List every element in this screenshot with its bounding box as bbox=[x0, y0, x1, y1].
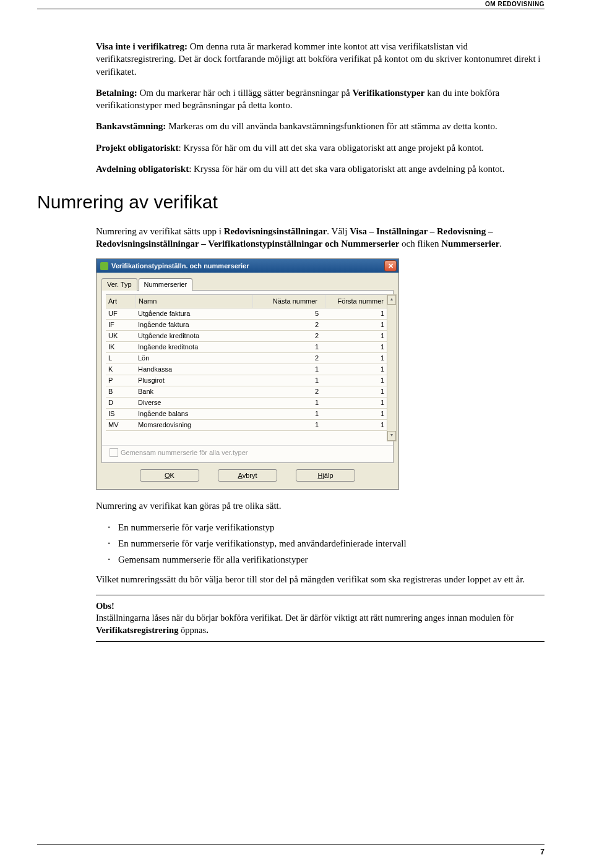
tab-ver-typ[interactable]: Ver. Typ bbox=[101, 278, 137, 291]
cell-nasta: 2 bbox=[254, 353, 326, 364]
t: Numrering av verifikat sätts upp i bbox=[96, 226, 224, 236]
obs-body: Inställningarna låses när du börjar bokf… bbox=[96, 612, 544, 636]
cell-nasta: 2 bbox=[254, 331, 326, 341]
help-button[interactable]: HjälpHjälp bbox=[296, 469, 355, 482]
t: öppnas bbox=[178, 625, 206, 635]
cancel-button[interactable]: AvbrytAvbryt bbox=[218, 469, 277, 482]
bullet-list: En nummerserie för varje verifikationsty… bbox=[96, 521, 544, 566]
obs-note: Obs! Inställningarna låses när du börjar… bbox=[96, 595, 544, 642]
settings-dialog: Verifikationstypinställn. och nummerseri… bbox=[96, 258, 399, 490]
cell-forsta: 1 bbox=[326, 331, 389, 341]
col-forsta: Första nummer bbox=[325, 295, 389, 308]
cell-art: D bbox=[106, 398, 136, 408]
cell-art: UK bbox=[106, 331, 136, 341]
t: Inställningarna låses när du börjar bokf… bbox=[96, 613, 514, 623]
ways-summary: Vilket numreringssätt du bör välja beror… bbox=[96, 573, 544, 585]
cell-nasta: 2 bbox=[254, 386, 326, 397]
col-art: Art bbox=[106, 295, 136, 308]
table-row[interactable]: PPlusgirot11 bbox=[106, 375, 389, 386]
shared-series-checkbox[interactable] bbox=[110, 448, 118, 457]
paragraph-projekt: Projekt obligatoriskt: Kryssa för här om… bbox=[96, 142, 544, 154]
titlebar: Verifikationstypinställn. och nummerseri… bbox=[97, 259, 398, 273]
t: Verifikatsregistrering bbox=[96, 625, 178, 635]
cell-namn: Ingående kreditnota bbox=[136, 342, 254, 352]
lead: Bankavstämning: bbox=[96, 121, 166, 131]
cell-forsta: 1 bbox=[326, 364, 389, 375]
col-namn: Namn bbox=[136, 295, 253, 308]
list-item: En nummerserie för varje verifikationsty… bbox=[108, 521, 544, 534]
t: Nummerserier bbox=[441, 239, 499, 249]
tab-panel: Art Namn Nästa nummer Första nummer UFUt… bbox=[101, 290, 394, 463]
header-rule bbox=[37, 9, 544, 9]
cell-art: IS bbox=[106, 409, 136, 419]
lead: Visa inte i verifikatreg: bbox=[96, 41, 187, 51]
cell-namn: Lön bbox=[136, 353, 254, 364]
scroll-down-icon[interactable]: ▾ bbox=[387, 431, 396, 441]
t: och fliken bbox=[399, 239, 441, 249]
t: . Välj bbox=[327, 226, 350, 236]
paragraph-visa-inte: Visa inte i verifikatreg: Om denna ruta … bbox=[96, 40, 544, 78]
paragraph-avdelning: Avdelning obligatoriskt: Kryssa för här … bbox=[96, 163, 544, 175]
table-row[interactable]: IFIngående faktura21 bbox=[106, 319, 389, 330]
col-nasta: Nästa nummer bbox=[253, 295, 325, 308]
cell-forsta: 1 bbox=[326, 420, 389, 430]
lead: Betalning: bbox=[96, 88, 137, 98]
rest: Markeras om du vill använda bankavstämni… bbox=[166, 121, 497, 131]
cell-art: IK bbox=[106, 342, 136, 352]
cell-nasta: 5 bbox=[254, 308, 326, 319]
table-row[interactable]: KHandkassa11 bbox=[106, 364, 389, 375]
shared-series-label: Gemensam nummerserie för alla ver.typer bbox=[121, 448, 248, 457]
dialog-buttons: OOKK AvbrytAvbryt HjälpHjälp bbox=[101, 463, 394, 483]
header-label: OM REDOVISNING bbox=[485, 0, 544, 9]
cell-namn: Utgående faktura bbox=[136, 308, 254, 319]
cell-nasta: 1 bbox=[254, 375, 326, 386]
paragraph-bankavstamning: Bankavstämning: Markeras om du vill anvä… bbox=[96, 120, 544, 132]
table-row[interactable]: MVMomsredovisning11 bbox=[106, 419, 389, 430]
list-item: En nummerserie för varje verifikationsty… bbox=[108, 537, 544, 550]
cell-art: UF bbox=[106, 308, 136, 319]
table-row[interactable]: UFUtgående faktura51 bbox=[106, 308, 389, 319]
scrollbar[interactable]: ▴ ▾ bbox=[387, 294, 397, 441]
table-row[interactable]: ISIngående balans11 bbox=[106, 408, 389, 419]
cell-namn: Diverse bbox=[136, 398, 254, 408]
table-row[interactable]: UKUtgående kreditnota21 bbox=[106, 330, 389, 341]
cell-art: IF bbox=[106, 320, 136, 330]
cell-nasta: 1 bbox=[254, 342, 326, 352]
cell-namn: Handkassa bbox=[136, 364, 254, 375]
scroll-up-icon[interactable]: ▴ bbox=[387, 295, 396, 305]
ways-intro: Numrering av verifikat kan göras på tre … bbox=[96, 500, 544, 512]
ok-button[interactable]: OOKK bbox=[140, 469, 199, 482]
cell-namn: Utgående kreditnota bbox=[136, 331, 254, 341]
dialog-screenshot: Verifikationstypinställn. och nummerseri… bbox=[96, 258, 544, 490]
table-row[interactable]: LLön21 bbox=[106, 352, 389, 364]
cell-namn: Ingående balans bbox=[136, 409, 254, 419]
rest: : Kryssa för här om du vill att det ska … bbox=[178, 143, 484, 153]
close-button[interactable]: ✕ bbox=[384, 260, 397, 271]
footer-rule bbox=[37, 844, 544, 845]
tab-nummerserier[interactable]: Nummerserier bbox=[139, 278, 193, 291]
cell-art: P bbox=[106, 375, 136, 386]
lead: Projekt obligatoriskt bbox=[96, 143, 178, 153]
cell-forsta: 1 bbox=[326, 308, 389, 319]
cell-nasta: 1 bbox=[254, 398, 326, 408]
cell-forsta: 1 bbox=[326, 353, 389, 364]
t: . bbox=[206, 625, 209, 635]
table-row[interactable]: IKIngående kreditnota11 bbox=[106, 341, 389, 352]
grid: Art Namn Nästa nummer Första nummer UFUt… bbox=[106, 294, 389, 441]
tab-strip: Ver. Typ Nummerserier bbox=[101, 278, 394, 290]
table-row[interactable]: DDiverse11 bbox=[106, 397, 389, 408]
cell-namn: Momsredovisning bbox=[136, 420, 254, 430]
paragraph-betalning: Betalning: Om du markerar här och i till… bbox=[96, 87, 544, 112]
cell-namn: Ingående faktura bbox=[136, 320, 254, 330]
cell-art: MV bbox=[106, 420, 136, 430]
table-row[interactable]: BBank21 bbox=[106, 386, 389, 397]
cell-forsta: 1 bbox=[326, 375, 389, 386]
cell-namn: Bank bbox=[136, 386, 254, 397]
section-heading: Numrering av verifikat bbox=[37, 190, 544, 215]
table-row bbox=[106, 430, 389, 441]
cell-nasta: 1 bbox=[254, 409, 326, 419]
cell-forsta: 1 bbox=[326, 386, 389, 397]
cell-namn: Plusgirot bbox=[136, 375, 254, 386]
cell-forsta: 1 bbox=[326, 409, 389, 419]
shared-series-checkbox-row: Gemensam nummerserie för alla ver.typer bbox=[102, 445, 393, 462]
